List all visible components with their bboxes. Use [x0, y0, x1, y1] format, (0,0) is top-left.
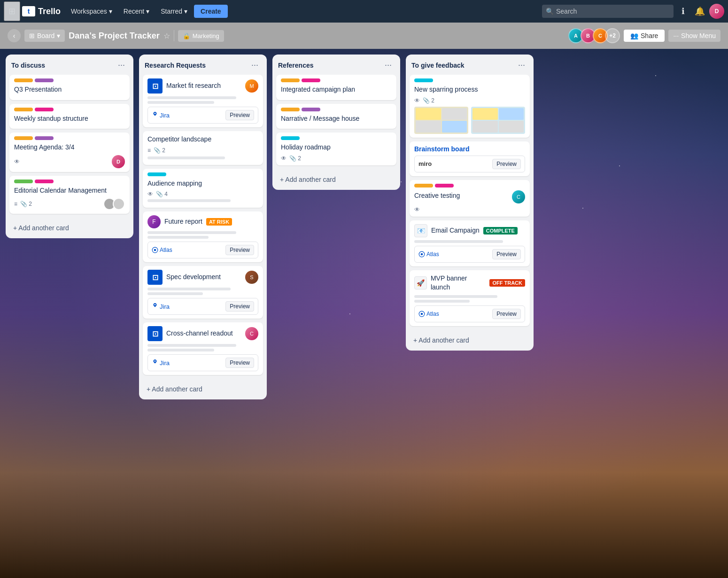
- card-footer: 👁 📎 2: [414, 97, 525, 104]
- card-market-fit[interactable]: ⊡ Market fit research M Jira Preview: [143, 75, 263, 127]
- card-meeting-agenda[interactable]: Meeting Agenda: 3/4 👁 D: [9, 133, 130, 172]
- collapse-sidebar-button[interactable]: ‹: [8, 29, 21, 42]
- card-spec-development[interactable]: ⊡ Spec development S Jira Preview: [143, 266, 263, 319]
- separator: [174, 30, 174, 41]
- label-blue: [147, 172, 166, 176]
- jira-integration: Jira Preview: [147, 298, 258, 315]
- card-future-report[interactable]: F Future report AT RISK Atlas Preview: [143, 211, 263, 262]
- miro-label: miro: [418, 160, 432, 167]
- member-count[interactable]: +2: [605, 28, 620, 43]
- card-footer: ≡ 📎 2: [14, 198, 125, 210]
- list-badge: ≡: [14, 201, 17, 207]
- card-cross-channel[interactable]: ⊡ Cross-channel readout C Jira Preview: [143, 322, 263, 375]
- board-view-button[interactable]: ⊞ Board ▾: [24, 30, 65, 42]
- list-menu-to-discuss[interactable]: ···: [115, 59, 128, 71]
- atlas-integration: Atlas Preview: [414, 305, 525, 322]
- share-button[interactable]: 👥 Share: [624, 30, 665, 42]
- card-q3-presentation[interactable]: Q3 Presentation: [9, 75, 130, 100]
- list-header-feedback: To give feedback ···: [406, 55, 534, 75]
- list-research-requests: Research Requests ··· ⊡ Market fit resea…: [139, 55, 267, 399]
- card-footer: 👁 📎 4: [147, 191, 258, 197]
- label-purple: [35, 136, 54, 140]
- share-label: Share: [641, 32, 658, 39]
- add-card-feedback[interactable]: + Add another card: [410, 334, 530, 347]
- notification-button[interactable]: 🔔: [692, 4, 707, 19]
- search-input[interactable]: [542, 5, 674, 18]
- preview-button[interactable]: Preview: [225, 301, 254, 312]
- card-creative-testing[interactable]: Creative testing C 👁: [410, 180, 530, 217]
- card-title: Narrative / Message house: [281, 114, 392, 124]
- card-editorial-calendar[interactable]: Editorial Calendar Management ≡ 📎 2: [9, 176, 130, 214]
- skeleton: [147, 344, 236, 347]
- jira-integration: Jira Preview: [147, 354, 258, 371]
- card-avatar: S: [245, 271, 258, 284]
- add-card-references[interactable]: + Add another card: [276, 173, 396, 186]
- list-badge: ≡: [147, 147, 151, 154]
- view-label: Board: [37, 32, 54, 39]
- card-footer: 👁 📎 2: [281, 155, 392, 162]
- preview-button[interactable]: Preview: [492, 309, 521, 319]
- create-button[interactable]: Create: [194, 5, 228, 18]
- lock-icon: 🔒: [183, 32, 190, 39]
- card-footer: 👁: [414, 206, 525, 213]
- recent-menu[interactable]: Recent ▾: [119, 5, 154, 18]
- add-card-to-discuss[interactable]: + Add another card: [9, 221, 130, 234]
- card-holiday-roadmap[interactable]: Holiday roadmap 👁 📎 2: [276, 133, 396, 165]
- preview-button[interactable]: Preview: [225, 110, 254, 120]
- label-pink: [35, 108, 54, 111]
- board-star-button[interactable]: ☆: [163, 31, 170, 40]
- list-menu-feedback[interactable]: ···: [515, 59, 528, 71]
- list-menu-references[interactable]: ···: [382, 59, 395, 71]
- list-footer-feedback: + Add another card: [406, 330, 534, 351]
- board-header: ‹ ⊞ Board ▾ Dana's Project Tracker ☆ 🔒 M…: [0, 23, 728, 49]
- list-footer-to-discuss: + Add another card: [6, 218, 133, 238]
- search-wrapper: 🔍: [542, 5, 674, 18]
- card-audience-mapping[interactable]: Audience mapping 👁 📎 4: [143, 169, 263, 208]
- atlas-label: Atlas: [418, 311, 439, 317]
- label-yellow: [281, 78, 300, 82]
- info-button[interactable]: ℹ: [675, 4, 690, 19]
- grid-icon[interactable]: ⊞: [4, 1, 20, 21]
- card-title: Holiday roadmap: [281, 143, 392, 152]
- card-brainstorm-board[interactable]: Brainstorm board miro Preview: [410, 141, 530, 176]
- card-new-sparring[interactable]: New sparring process 👁 📎 2: [410, 75, 530, 138]
- card-title: Editorial Calendar Management: [14, 186, 125, 195]
- user-avatar[interactable]: D: [709, 4, 724, 19]
- card-integrated-campaign[interactable]: Integrated campaign plan: [276, 75, 396, 100]
- card-footer: 👁 D: [14, 155, 125, 168]
- trello-card-icon: ⊡: [147, 326, 163, 341]
- starred-menu[interactable]: Starred ▾: [156, 5, 192, 18]
- preview-button[interactable]: Preview: [225, 245, 254, 255]
- preview-button[interactable]: Preview: [225, 358, 254, 368]
- skeleton: [147, 288, 231, 290]
- jira-label: Jira: [152, 112, 170, 119]
- list-menu-research[interactable]: ···: [248, 59, 261, 71]
- label-pink: [435, 184, 454, 187]
- jira-label: Jira: [152, 303, 170, 310]
- add-card-research[interactable]: + Add another card: [143, 383, 263, 396]
- list-to-discuss: To discuss ··· Q3 Presentation: [6, 55, 133, 238]
- list-footer-research: + Add another card: [139, 379, 267, 399]
- card-title: Cross-channel readout: [166, 329, 233, 338]
- card-mvp-banner[interactable]: 🚀 MVP banner launch OFF TRACK Atlas Prev…: [410, 270, 530, 326]
- card-labels: [14, 78, 125, 82]
- board-title[interactable]: Dana's Project Tracker: [69, 31, 159, 41]
- workspace-button[interactable]: 🔒 Marketing: [178, 30, 224, 42]
- list-title-references: References: [278, 62, 382, 69]
- preview-button[interactable]: Preview: [492, 249, 521, 259]
- skeleton: [414, 300, 470, 303]
- card-labels: [14, 180, 125, 183]
- card-email-campaign[interactable]: 📧 Email Campaign COMPLETE Atlas Preview: [410, 220, 530, 266]
- preview-button[interactable]: Preview: [492, 159, 521, 169]
- skeleton: [147, 199, 231, 202]
- logo[interactable]: t Trello: [22, 6, 61, 16]
- workspaces-menu[interactable]: Workspaces ▾: [66, 5, 117, 18]
- show-menu-button[interactable]: ··· Show Menu: [668, 30, 720, 42]
- skeleton: [414, 295, 497, 298]
- list-body-references: Integrated campaign plan Narrative / Mes…: [272, 75, 400, 169]
- list-header-references: References ···: [272, 55, 400, 75]
- card-weekly-standup[interactable]: Weekly standup structure: [9, 104, 130, 129]
- card-competitor-landscape[interactable]: Competitor landscape ≡ 📎 2: [143, 131, 263, 165]
- card-footer: ≡ 📎 2: [147, 147, 258, 154]
- card-narrative-message[interactable]: Narrative / Message house: [276, 104, 396, 129]
